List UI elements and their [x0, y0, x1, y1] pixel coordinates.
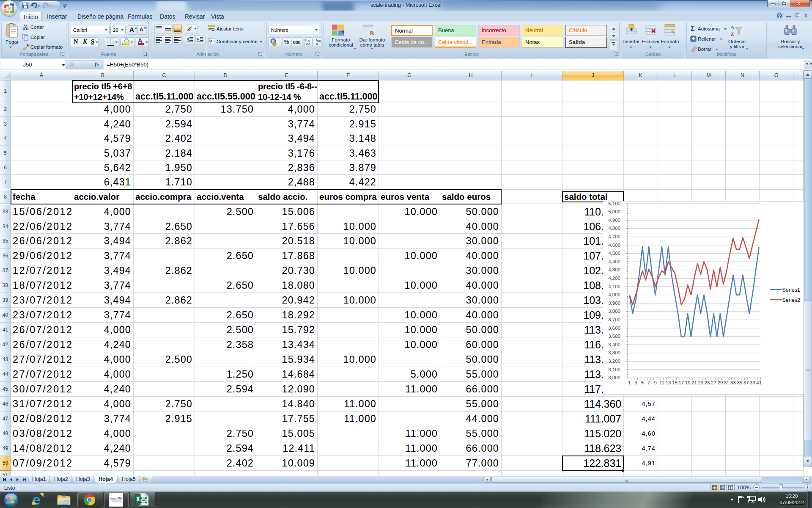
- svg-text:1: 1: [628, 380, 631, 385]
- svg-text:33: 33: [730, 380, 736, 385]
- svg-text:4,400: 4,400: [608, 259, 620, 264]
- svg-text:3,000: 3,000: [608, 375, 620, 380]
- svg-text:35: 35: [737, 380, 742, 385]
- svg-text:e: e: [33, 492, 41, 508]
- svg-text:27: 27: [711, 380, 716, 385]
- svg-text:9: 9: [654, 380, 656, 385]
- svg-text:21: 21: [691, 380, 697, 385]
- svg-text:7: 7: [647, 380, 650, 385]
- svg-text:A: A: [730, 24, 735, 30]
- svg-text:5,000: 5,000: [608, 209, 620, 214]
- svg-text:4,700: 4,700: [608, 234, 620, 239]
- svg-text:Series2: Series2: [782, 297, 800, 303]
- svg-text:3,700: 3,700: [608, 317, 620, 322]
- svg-text:3,500: 3,500: [608, 334, 620, 339]
- svg-text:4,900: 4,900: [608, 218, 620, 223]
- svg-text:4,000: 4,000: [608, 292, 620, 297]
- svg-text:3: 3: [634, 380, 637, 385]
- svg-text:11: 11: [659, 380, 664, 385]
- svg-text:00: 00: [306, 42, 310, 45]
- svg-text:3,900: 3,900: [608, 301, 620, 306]
- svg-text:19: 19: [685, 380, 690, 385]
- svg-text:4,500: 4,500: [608, 251, 620, 256]
- svg-text:41: 41: [756, 380, 762, 385]
- svg-text:0: 0: [316, 42, 318, 45]
- svg-text:Series1: Series1: [782, 287, 800, 293]
- svg-text:5: 5: [641, 380, 643, 385]
- svg-text:13: 13: [665, 380, 671, 385]
- svg-text:4,600: 4,600: [608, 243, 620, 248]
- svg-text:international consulting: international consulting: [112, 501, 122, 502]
- svg-text:3,800: 3,800: [608, 309, 620, 314]
- svg-text:5,100: 5,100: [608, 202, 620, 206]
- svg-text:37: 37: [743, 380, 749, 385]
- svg-text:15: 15: [672, 380, 678, 385]
- svg-text:Z: Z: [730, 31, 734, 37]
- svg-text:23: 23: [698, 380, 703, 385]
- svg-text:4,100: 4,100: [608, 284, 620, 289]
- svg-text:29: 29: [717, 380, 723, 385]
- svg-text:3,400: 3,400: [608, 342, 620, 347]
- svg-text:a: a: [210, 39, 212, 43]
- svg-text:4,200: 4,200: [608, 276, 620, 281]
- svg-text:3,100: 3,100: [608, 367, 620, 372]
- svg-text:25: 25: [704, 380, 710, 385]
- svg-text:17: 17: [678, 380, 684, 385]
- svg-text:3,600: 3,600: [608, 326, 620, 331]
- svg-text:39: 39: [750, 380, 755, 385]
- svg-text:3,200: 3,200: [608, 359, 620, 364]
- svg-text:4,800: 4,800: [608, 226, 620, 231]
- svg-text:4,300: 4,300: [608, 267, 620, 272]
- svg-text:3,300: 3,300: [608, 350, 620, 355]
- svg-text:31: 31: [724, 380, 729, 385]
